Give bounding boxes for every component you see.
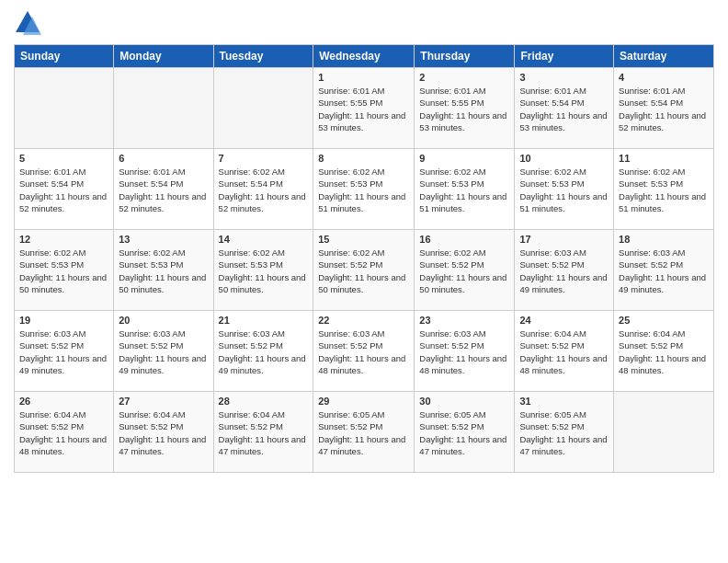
weekday-header-wednesday: Wednesday [313,45,415,68]
day-number: 18 [619,234,709,245]
day-number: 25 [619,315,709,326]
day-number: 21 [219,315,309,326]
calendar-cell [15,68,114,149]
calendar-cell: 31Sunrise: 6:05 AM Sunset: 5:52 PM Dayli… [515,392,614,473]
weekday-header-tuesday: Tuesday [213,45,313,68]
calendar-cell: 28Sunrise: 6:04 AM Sunset: 5:52 PM Dayli… [213,392,313,473]
day-info: Sunrise: 6:01 AM Sunset: 5:54 PM Dayligh… [119,166,208,214]
calendar-cell: 5Sunrise: 6:01 AM Sunset: 5:54 PM Daylig… [15,149,114,230]
day-number: 23 [419,315,509,326]
day-number: 12 [19,234,108,245]
day-number: 26 [19,396,108,407]
day-number: 5 [19,153,108,164]
calendar-week-4: 26Sunrise: 6:04 AM Sunset: 5:52 PM Dayli… [15,392,714,473]
logo [14,9,45,37]
day-info: Sunrise: 6:04 AM Sunset: 5:52 PM Dayligh… [619,327,709,376]
calendar-cell: 18Sunrise: 6:03 AM Sunset: 5:52 PM Dayli… [614,230,714,311]
day-info: Sunrise: 6:03 AM Sunset: 5:52 PM Dayligh… [19,327,108,376]
day-number: 4 [619,72,709,83]
day-info: Sunrise: 6:01 AM Sunset: 5:54 PM Dayligh… [519,85,609,133]
day-info: Sunrise: 6:01 AM Sunset: 5:54 PM Dayligh… [619,85,709,133]
logo-icon [14,9,41,37]
calendar-cell: 19Sunrise: 6:03 AM Sunset: 5:52 PM Dayli… [15,311,114,392]
day-info: Sunrise: 6:03 AM Sunset: 5:52 PM Dayligh… [519,247,609,295]
day-number: 9 [419,153,509,164]
day-info: Sunrise: 6:03 AM Sunset: 5:52 PM Dayligh… [119,327,208,376]
day-number: 22 [318,315,409,326]
day-info: Sunrise: 6:01 AM Sunset: 5:55 PM Dayligh… [419,85,509,133]
weekday-header-friday: Friday [515,45,614,68]
calendar-cell: 4Sunrise: 6:01 AM Sunset: 5:54 PM Daylig… [614,68,714,149]
calendar-cell: 9Sunrise: 6:02 AM Sunset: 5:53 PM Daylig… [415,149,515,230]
day-number: 14 [219,234,309,245]
calendar-cell: 12Sunrise: 6:02 AM Sunset: 5:53 PM Dayli… [15,230,114,311]
day-info: Sunrise: 6:02 AM Sunset: 5:52 PM Dayligh… [318,247,409,295]
day-info: Sunrise: 6:03 AM Sunset: 5:52 PM Dayligh… [318,327,409,376]
calendar-cell: 15Sunrise: 6:02 AM Sunset: 5:52 PM Dayli… [313,230,415,311]
calendar-cell: 2Sunrise: 6:01 AM Sunset: 5:55 PM Daylig… [415,68,515,149]
day-number: 16 [419,234,509,245]
day-number: 31 [519,396,609,407]
day-info: Sunrise: 6:02 AM Sunset: 5:53 PM Dayligh… [318,166,409,214]
day-info: Sunrise: 6:01 AM Sunset: 5:55 PM Dayligh… [318,85,409,133]
day-number: 19 [19,315,108,326]
page: SundayMondayTuesdayWednesdayThursdayFrid… [0,0,728,563]
day-info: Sunrise: 6:03 AM Sunset: 5:52 PM Dayligh… [419,327,509,376]
calendar-cell: 26Sunrise: 6:04 AM Sunset: 5:52 PM Dayli… [15,392,114,473]
calendar-cell: 21Sunrise: 6:03 AM Sunset: 5:52 PM Dayli… [213,311,313,392]
calendar-cell: 1Sunrise: 6:01 AM Sunset: 5:55 PM Daylig… [313,68,415,149]
day-info: Sunrise: 6:05 AM Sunset: 5:52 PM Dayligh… [519,408,609,457]
calendar-cell: 11Sunrise: 6:02 AM Sunset: 5:53 PM Dayli… [614,149,714,230]
day-info: Sunrise: 6:02 AM Sunset: 5:53 PM Dayligh… [519,166,609,214]
day-info: Sunrise: 6:04 AM Sunset: 5:52 PM Dayligh… [119,408,208,457]
calendar-table: SundayMondayTuesdayWednesdayThursdayFrid… [14,44,714,473]
day-number: 8 [318,153,409,164]
calendar-cell: 3Sunrise: 6:01 AM Sunset: 5:54 PM Daylig… [515,68,614,149]
calendar-week-1: 5Sunrise: 6:01 AM Sunset: 5:54 PM Daylig… [15,149,714,230]
calendar-cell: 8Sunrise: 6:02 AM Sunset: 5:53 PM Daylig… [313,149,415,230]
day-info: Sunrise: 6:02 AM Sunset: 5:53 PM Dayligh… [19,247,108,295]
day-info: Sunrise: 6:02 AM Sunset: 5:53 PM Dayligh… [219,247,309,295]
day-info: Sunrise: 6:02 AM Sunset: 5:53 PM Dayligh… [419,166,509,214]
day-number: 6 [119,153,208,164]
calendar-week-0: 1Sunrise: 6:01 AM Sunset: 5:55 PM Daylig… [15,68,714,149]
calendar-cell: 7Sunrise: 6:02 AM Sunset: 5:54 PM Daylig… [213,149,313,230]
day-info: Sunrise: 6:02 AM Sunset: 5:53 PM Dayligh… [119,247,208,295]
calendar-cell: 23Sunrise: 6:03 AM Sunset: 5:52 PM Dayli… [415,311,515,392]
calendar-cell: 6Sunrise: 6:01 AM Sunset: 5:54 PM Daylig… [114,149,213,230]
calendar-cell: 17Sunrise: 6:03 AM Sunset: 5:52 PM Dayli… [515,230,614,311]
calendar-body: 1Sunrise: 6:01 AM Sunset: 5:55 PM Daylig… [15,68,714,473]
calendar-cell: 22Sunrise: 6:03 AM Sunset: 5:52 PM Dayli… [313,311,415,392]
day-number: 13 [119,234,208,245]
day-number: 24 [519,315,609,326]
day-number: 27 [119,396,208,407]
day-number: 29 [318,396,409,407]
calendar-cell: 13Sunrise: 6:02 AM Sunset: 5:53 PM Dayli… [114,230,213,311]
calendar-cell: 20Sunrise: 6:03 AM Sunset: 5:52 PM Dayli… [114,311,213,392]
calendar-cell: 16Sunrise: 6:02 AM Sunset: 5:52 PM Dayli… [415,230,515,311]
day-number: 30 [419,396,509,407]
calendar-cell [213,68,313,149]
day-number: 20 [119,315,208,326]
calendar-cell: 25Sunrise: 6:04 AM Sunset: 5:52 PM Dayli… [614,311,714,392]
calendar-cell: 24Sunrise: 6:04 AM Sunset: 5:52 PM Dayli… [515,311,614,392]
day-number: 17 [519,234,609,245]
day-number: 15 [318,234,409,245]
day-info: Sunrise: 6:05 AM Sunset: 5:52 PM Dayligh… [419,408,509,457]
day-info: Sunrise: 6:03 AM Sunset: 5:52 PM Dayligh… [619,247,709,295]
calendar-header: SundayMondayTuesdayWednesdayThursdayFrid… [15,45,714,68]
day-info: Sunrise: 6:02 AM Sunset: 5:54 PM Dayligh… [219,166,309,214]
day-number: 2 [419,72,509,83]
calendar-week-2: 12Sunrise: 6:02 AM Sunset: 5:53 PM Dayli… [15,230,714,311]
weekday-header-thursday: Thursday [415,45,515,68]
day-info: Sunrise: 6:04 AM Sunset: 5:52 PM Dayligh… [219,408,309,457]
calendar-cell: 14Sunrise: 6:02 AM Sunset: 5:53 PM Dayli… [213,230,313,311]
calendar-cell: 10Sunrise: 6:02 AM Sunset: 5:53 PM Dayli… [515,149,614,230]
day-number: 28 [219,396,309,407]
weekday-header-monday: Monday [114,45,213,68]
day-number: 11 [619,153,709,164]
day-number: 7 [219,153,309,164]
calendar-cell [614,392,714,473]
weekday-header-saturday: Saturday [614,45,714,68]
calendar-cell: 27Sunrise: 6:04 AM Sunset: 5:52 PM Dayli… [114,392,213,473]
